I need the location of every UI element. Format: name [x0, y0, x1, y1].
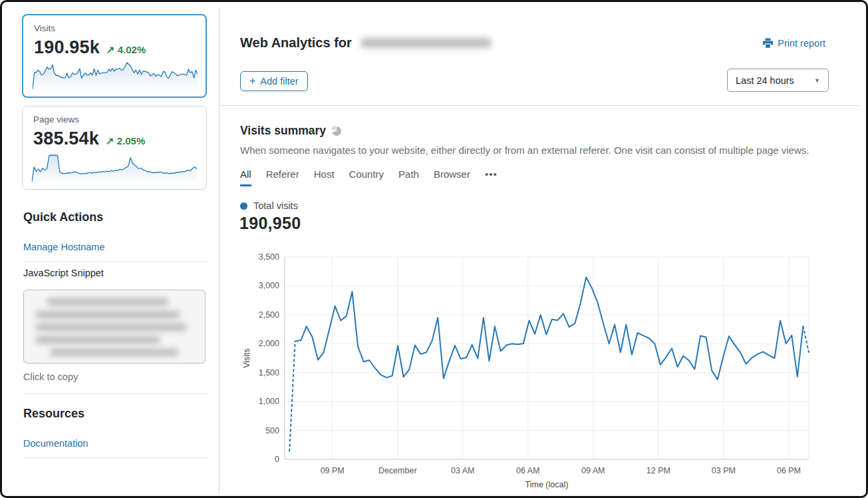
legend-dot-icon	[240, 202, 247, 210]
legend-label: Total visits	[253, 200, 298, 211]
svg-text:06 AM: 06 AM	[516, 466, 539, 475]
divider	[23, 393, 207, 394]
visits-card-value: 190.95k	[34, 37, 100, 58]
page-title: Web Analytics for	[240, 35, 491, 51]
svg-text:1,500: 1,500	[259, 368, 279, 377]
more-tabs-button[interactable]: •••	[485, 168, 498, 186]
svg-text:500: 500	[265, 426, 279, 435]
summary-tabs: All Referer Host Country Path Browser ••…	[240, 168, 498, 186]
tab-referer[interactable]: Referer	[266, 168, 299, 186]
visits-card-delta: ↗ 4.02%	[106, 44, 146, 56]
tab-browser[interactable]: Browser	[434, 168, 470, 186]
pageviews-metric-card[interactable]: Page views 385.54k ↗ 2.05%	[22, 106, 207, 190]
divider	[23, 261, 207, 262]
pageviews-card-label: Page views	[33, 115, 79, 124]
svg-text:03 PM: 03 PM	[712, 466, 736, 475]
svg-text:December: December	[378, 466, 417, 475]
tab-all[interactable]: All	[240, 168, 251, 186]
manage-hostname-link[interactable]: Manage Hostname	[23, 242, 105, 252]
tab-host[interactable]: Host	[314, 168, 335, 186]
svg-text:2,500: 2,500	[259, 310, 279, 320]
tab-path[interactable]: Path	[398, 168, 419, 186]
svg-text:2,000: 2,000	[259, 339, 279, 348]
print-report-button[interactable]: Print report	[762, 38, 825, 49]
redacted-domain	[361, 38, 491, 48]
svg-text:03 AM: 03 AM	[451, 466, 474, 475]
svg-text:3,000: 3,000	[259, 281, 279, 290]
redacted-code-line	[36, 311, 180, 318]
time-range-value: Last 24 hours	[736, 75, 794, 86]
trend-up-icon: ↗	[106, 135, 114, 146]
redacted-code-line	[36, 336, 160, 344]
click-to-copy-hint: Click to copy	[23, 372, 78, 382]
svg-text:09 AM: 09 AM	[581, 466, 605, 475]
tab-country[interactable]: Country	[349, 168, 384, 186]
pageviews-card-value: 385.54k	[33, 128, 99, 149]
redacted-code-line	[51, 349, 178, 356]
visits-summary-title: Visits summary	[240, 124, 342, 138]
visits-metric-card[interactable]: Visits 190.95k ↗ 4.02%	[22, 14, 207, 98]
quick-actions-heading: Quick Actions	[23, 210, 103, 224]
printer-icon	[762, 38, 774, 49]
svg-text:Time (local): Time (local)	[525, 480, 569, 489]
resources-heading: Resources	[23, 407, 84, 421]
redacted-code-line	[47, 298, 168, 306]
svg-text:1,000: 1,000	[259, 397, 279, 406]
pageviews-sparkline	[32, 151, 197, 184]
caret-down-icon: ▼	[814, 77, 820, 84]
code-snippet-redacted[interactable]	[23, 290, 206, 364]
svg-text:0: 0	[275, 455, 279, 464]
trend-up-icon: ↗	[106, 44, 115, 55]
svg-text:12 PM: 12 PM	[647, 466, 670, 475]
section-divider	[219, 105, 860, 106]
svg-text:3,500: 3,500	[259, 252, 279, 262]
documentation-link[interactable]: Documentation	[23, 438, 88, 449]
total-visits-value: 190,950	[239, 214, 301, 233]
add-filter-button[interactable]: + Add filter	[240, 71, 308, 91]
pie-chart-icon	[331, 126, 342, 136]
svg-text:Visits: Visits	[242, 348, 251, 368]
javascript-snippet-label: JavaScript Snippet	[23, 268, 104, 278]
svg-text:09 PM: 09 PM	[321, 466, 345, 475]
visits-chart: 05001,0001,5002,0002,5003,0003,50009 PMD…	[240, 250, 812, 491]
divider	[23, 457, 207, 458]
panel-divider	[219, 9, 219, 493]
chart-legend: Total visits	[240, 200, 298, 211]
visits-card-label: Visits	[34, 23, 55, 33]
pageviews-card-delta: ↗ 2.05%	[106, 135, 145, 147]
plus-icon: +	[249, 75, 255, 87]
redacted-code-line	[36, 324, 187, 331]
visits-summary-description: When someone navigates to your website, …	[240, 144, 809, 156]
time-range-select[interactable]: Last 24 hours ▼	[727, 69, 829, 92]
web-analytics-page: Visits 190.95k ↗ 4.02% Page views 385.54…	[0, 0, 868, 498]
svg-text:06 PM: 06 PM	[777, 466, 801, 475]
visits-sparkline	[33, 59, 198, 92]
